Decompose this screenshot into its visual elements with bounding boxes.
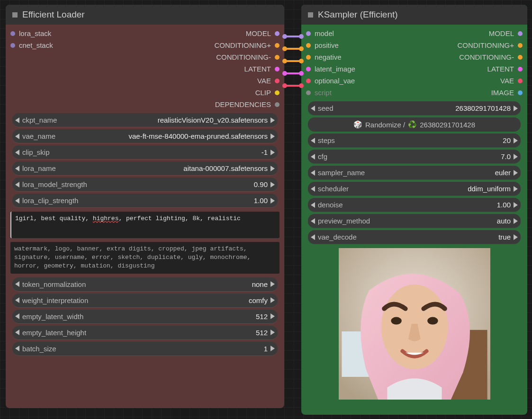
- socket-dot-icon[interactable]: [275, 55, 280, 60]
- chevron-left-icon[interactable]: [311, 186, 315, 192]
- output-socket[interactable]: MODEL: [246, 29, 280, 37]
- chevron-right-icon[interactable]: [271, 117, 275, 123]
- widget-vae_name[interactable]: vae_namevae-ft-mse-840000-ema-pruned.saf…: [12, 129, 278, 143]
- chevron-left-icon[interactable]: [311, 218, 315, 224]
- connection-line[interactable]: [285, 72, 301, 74]
- prompt-negative-input[interactable]: watermark, logo, banner, extra digits, c…: [10, 242, 280, 274]
- socket-dot-icon[interactable]: [306, 43, 311, 48]
- chevron-right-icon[interactable]: [271, 166, 275, 171]
- chevron-left-icon[interactable]: [15, 117, 19, 123]
- collapse-toggle-icon[interactable]: [12, 12, 18, 18]
- chevron-right-icon[interactable]: [514, 186, 518, 192]
- chevron-right-icon[interactable]: [271, 134, 275, 139]
- output-socket[interactable]: CLIP: [255, 89, 280, 97]
- widget-clip_skip[interactable]: clip_skip-1: [12, 145, 278, 160]
- widget-batch_size[interactable]: batch_size1: [12, 342, 278, 356]
- widget-vae_decode[interactable]: vae_decodetrue: [308, 230, 521, 244]
- widget-empty_latent_width[interactable]: empty_latent_width512: [12, 310, 278, 324]
- widget-token_normalization[interactable]: token_normalizationnone: [12, 277, 278, 292]
- chevron-right-icon[interactable]: [271, 198, 275, 204]
- output-socket[interactable]: DEPENDENCIES: [215, 100, 280, 108]
- input-socket[interactable]: optional_vae: [306, 77, 355, 85]
- chevron-right-icon[interactable]: [271, 297, 275, 303]
- node-header[interactable]: KSampler (Efficient): [301, 5, 527, 25]
- widget-preview_method[interactable]: preview_methodauto: [308, 214, 521, 228]
- chevron-right-icon[interactable]: [271, 281, 275, 287]
- chevron-left-icon[interactable]: [311, 138, 315, 143]
- randomize-button[interactable]: 🎲 Randomize / ♻️ 26380291701428: [308, 117, 521, 132]
- socket-dot-icon[interactable]: [518, 55, 523, 60]
- socket-dot-icon[interactable]: [275, 31, 280, 36]
- socket-dot-icon[interactable]: [306, 31, 311, 36]
- socket-dot-icon[interactable]: [275, 102, 280, 107]
- chevron-right-icon[interactable]: [514, 218, 518, 224]
- socket-dot-icon[interactable]: [10, 31, 15, 36]
- widget-weight_interpretation[interactable]: weight_interpretationcomfy: [12, 294, 278, 308]
- chevron-left-icon[interactable]: [15, 313, 19, 319]
- output-socket[interactable]: VAE: [500, 77, 523, 85]
- widget-value[interactable]: ddim_uniform: [468, 185, 511, 193]
- connection-line[interactable]: [285, 85, 301, 87]
- socket-dot-icon[interactable]: [518, 79, 523, 83]
- output-socket[interactable]: CONDITIONING+: [457, 41, 523, 49]
- widget-value[interactable]: 512: [256, 329, 268, 337]
- node-ksampler-efficient[interactable]: KSampler (Efficient) modelpositivenegati…: [301, 5, 527, 415]
- collapse-toggle-icon[interactable]: [308, 12, 313, 18]
- connection-line[interactable]: [285, 36, 301, 37]
- socket-dot-icon[interactable]: [518, 43, 523, 48]
- input-socket[interactable]: cnet_stack: [10, 41, 53, 49]
- chevron-left-icon[interactable]: [15, 134, 19, 139]
- widget-value[interactable]: 0.90: [254, 180, 268, 188]
- chevron-right-icon[interactable]: [271, 330, 275, 335]
- chevron-right-icon[interactable]: [514, 106, 518, 111]
- chevron-right-icon[interactable]: [514, 170, 518, 176]
- widget-value[interactable]: aitana-000007.safetensors: [183, 164, 268, 172]
- chevron-left-icon[interactable]: [311, 170, 315, 176]
- chevron-left-icon[interactable]: [15, 297, 19, 303]
- chevron-left-icon[interactable]: [15, 166, 19, 171]
- widget-value[interactable]: none: [252, 280, 268, 288]
- output-socket[interactable]: CONDITIONING+: [214, 41, 280, 49]
- widget-cfg[interactable]: cfg7.0: [308, 150, 521, 164]
- widget-steps[interactable]: steps20: [308, 134, 521, 148]
- widget-value[interactable]: 26380291701428: [455, 104, 511, 112]
- node-header[interactable]: Efficient Loader: [6, 5, 284, 25]
- output-socket[interactable]: MODEL: [489, 29, 523, 37]
- widget-denoise[interactable]: denoise1.00: [308, 198, 521, 212]
- chevron-left-icon[interactable]: [15, 346, 19, 351]
- chevron-right-icon[interactable]: [514, 202, 518, 208]
- socket-dot-icon[interactable]: [10, 43, 15, 48]
- connection-line[interactable]: [285, 48, 301, 50]
- chevron-left-icon[interactable]: [311, 106, 315, 111]
- input-socket[interactable]: latent_image: [306, 65, 355, 73]
- chevron-left-icon[interactable]: [15, 150, 19, 155]
- widget-scheduler[interactable]: schedulerddim_uniform: [308, 182, 521, 196]
- chevron-left-icon[interactable]: [15, 182, 19, 187]
- widget-value[interactable]: realisticVisionV20_v20.safetensors: [158, 116, 268, 124]
- chevron-right-icon[interactable]: [514, 234, 518, 240]
- widget-value[interactable]: 1: [264, 345, 268, 353]
- socket-dot-icon[interactable]: [306, 55, 311, 60]
- input-socket[interactable]: script: [306, 89, 355, 97]
- socket-dot-icon[interactable]: [518, 67, 523, 71]
- output-socket[interactable]: LATENT: [487, 65, 523, 73]
- socket-dot-icon[interactable]: [275, 79, 280, 83]
- connection-line[interactable]: [285, 60, 301, 62]
- chevron-left-icon[interactable]: [15, 330, 19, 335]
- chevron-left-icon[interactable]: [311, 202, 315, 208]
- image-preview[interactable]: [339, 248, 490, 400]
- widget-ckpt_name[interactable]: ckpt_namerealisticVisionV20_v20.safetens…: [12, 113, 278, 127]
- output-socket[interactable]: VAE: [257, 77, 280, 85]
- widget-value[interactable]: vae-ft-mse-840000-ema-pruned.safetensors: [129, 132, 268, 140]
- prompt-positive-input[interactable]: 1girl, best quality, highres, perfect li…: [10, 212, 280, 238]
- input-socket[interactable]: lora_stack: [10, 29, 53, 37]
- socket-dot-icon[interactable]: [306, 90, 311, 95]
- widget-value[interactable]: 1.00: [254, 196, 268, 205]
- chevron-right-icon[interactable]: [271, 313, 275, 319]
- widget-sampler_name[interactable]: sampler_nameeuler: [308, 166, 521, 180]
- widget-value[interactable]: 7.0: [501, 152, 511, 160]
- output-socket[interactable]: CONDITIONING-: [216, 53, 280, 61]
- chevron-left-icon[interactable]: [15, 281, 19, 287]
- output-socket[interactable]: LATENT: [244, 65, 280, 73]
- chevron-left-icon[interactable]: [311, 154, 315, 160]
